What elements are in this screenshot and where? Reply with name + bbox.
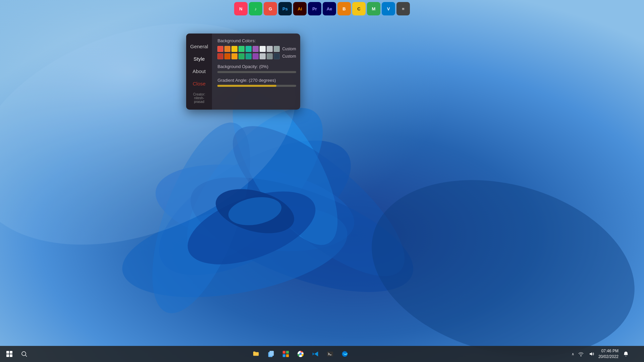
widget-popup: GeneralStyleAboutClose Creator: nitesh-p… — [186, 34, 300, 110]
svg-rect-19 — [283, 351, 285, 354]
premiere-icon[interactable]: Pr — [308, 2, 321, 15]
svg-rect-25 — [327, 352, 333, 357]
top-app-bar: N♪GPsAiPrAeBCMV≡ — [0, 0, 644, 17]
clock-date: 20/02/2022 — [598, 354, 619, 360]
notification-button[interactable] — [621, 347, 631, 361]
svg-rect-21 — [283, 354, 285, 357]
blender-icon[interactable]: B — [337, 2, 351, 15]
ae-icon[interactable]: Ae — [323, 2, 336, 15]
taskbar-right: ∧ 07:46 PM 20/02/2022 — [568, 347, 644, 361]
color-swatch-row1-5[interactable] — [253, 46, 259, 52]
gradient-fill — [217, 85, 276, 87]
svg-point-15 — [22, 352, 26, 356]
taskbar-clock[interactable]: 07:46 PM 20/02/2022 — [598, 348, 619, 360]
svg-rect-20 — [286, 351, 289, 354]
speaker-icon — [589, 351, 594, 357]
edge-icon[interactable] — [338, 347, 352, 361]
sidebar-nav-close[interactable]: Close — [186, 77, 212, 90]
color-row-2: Custom — [217, 53, 296, 59]
sidebar-nav-about[interactable]: About — [186, 65, 212, 77]
terminal-icon-svg — [326, 350, 334, 358]
spotify-icon[interactable]: ♪ — [249, 2, 262, 15]
terminal-icon[interactable] — [323, 347, 337, 361]
color-swatch-row1-2[interactable] — [231, 46, 237, 52]
opacity-slider[interactable] — [217, 71, 296, 73]
volume-icon[interactable] — [588, 347, 596, 361]
color-swatch-row2-8[interactable] — [274, 53, 280, 59]
clock-time: 07:46 PM — [598, 348, 619, 354]
illustrator-icon[interactable]: Ai — [293, 2, 307, 15]
color-swatch-row2-4[interactable] — [246, 53, 252, 59]
svg-line-16 — [25, 355, 27, 357]
creator-label: Creator: nitesh-prasad — [186, 90, 212, 106]
taskbar: ∧ 07:46 PM 20/02/2022 — [0, 346, 644, 362]
desktop-background — [0, 0, 644, 362]
color-row-1: Custom — [217, 46, 296, 52]
edge-icon-svg — [341, 350, 348, 358]
chrome-icon-svg — [297, 350, 304, 358]
manager-icon[interactable]: ≡ — [396, 2, 410, 15]
color-swatch-row1-7[interactable] — [267, 46, 273, 52]
file-manager-icon[interactable] — [264, 347, 278, 361]
custom-label-2: Custom — [282, 54, 296, 59]
search-icon — [21, 351, 27, 357]
widget-content: Background Colors: Custom Custom Backgro… — [212, 34, 300, 110]
opacity-label: Background Opacity: (0%) — [217, 64, 296, 69]
files-icon — [267, 350, 275, 358]
color-swatch-row2-3[interactable] — [238, 53, 245, 59]
store-icon[interactable] — [279, 347, 292, 361]
color-swatch-row1-1[interactable] — [224, 46, 230, 52]
chrome-icon[interactable] — [294, 347, 307, 361]
photoshop-icon[interactable]: Ps — [278, 2, 292, 15]
color-swatch-row2-0[interactable] — [217, 53, 223, 59]
svg-point-24 — [299, 353, 302, 355]
color-swatch-row2-2[interactable] — [231, 53, 237, 59]
notification-icon — [623, 351, 629, 357]
gravit-icon[interactable]: G — [264, 2, 277, 15]
color-swatch-row1-8[interactable] — [274, 46, 280, 52]
vscode-icon[interactable]: V — [382, 2, 395, 15]
wifi-icon — [578, 351, 584, 357]
color-swatch-row1-4[interactable] — [246, 46, 252, 52]
explorer-icon[interactable] — [250, 347, 263, 361]
vectornator-icon[interactable]: N — [234, 2, 248, 15]
system-tray: ∧ — [572, 352, 574, 356]
sidebar-nav-style[interactable]: Style — [186, 53, 212, 65]
color-swatch-row2-1[interactable] — [224, 53, 230, 59]
taskbar-center — [34, 347, 568, 361]
comiclife-icon[interactable]: C — [352, 2, 366, 15]
widget-sidebar: GeneralStyleAboutClose Creator: nitesh-p… — [186, 34, 212, 110]
taskbar-search-button[interactable] — [17, 347, 31, 361]
color-swatch-row2-7[interactable] — [267, 53, 273, 59]
gradient-slider[interactable] — [217, 85, 296, 87]
windows-start-button[interactable] — [3, 347, 16, 361]
svg-rect-18 — [269, 351, 274, 356]
taskbar-left — [0, 347, 34, 361]
gradient-section: Gradient Angle: (270 degrees) — [217, 78, 296, 87]
network-icon[interactable] — [577, 347, 585, 361]
color-swatch-row2-6[interactable] — [260, 53, 266, 59]
show-desktop-button[interactable] — [633, 347, 640, 361]
custom-label-1: Custom — [282, 47, 296, 51]
windows-logo — [6, 351, 12, 357]
opacity-section: Background Opacity: (0%) — [217, 64, 296, 73]
color-swatch-row1-6[interactable] — [260, 46, 266, 52]
vscode-icon-svg — [312, 350, 319, 358]
svg-rect-22 — [286, 354, 289, 357]
store-icon-svg — [282, 350, 289, 358]
sidebar-nav-general[interactable]: General — [186, 40, 212, 53]
tray-chevron[interactable]: ∧ — [572, 352, 574, 356]
color-swatch-row1-3[interactable] — [238, 46, 245, 52]
bg-colors-label: Background Colors: — [217, 38, 296, 43]
gradient-label: Gradient Angle: (270 degrees) — [217, 78, 296, 83]
color-swatch-row1-0[interactable] — [217, 46, 223, 52]
folder-icon — [253, 350, 260, 358]
vscode-taskbar-icon[interactable] — [309, 347, 322, 361]
color-swatch-row2-5[interactable] — [253, 53, 259, 59]
wallpaper-svg — [0, 0, 644, 362]
maps-icon[interactable]: M — [367, 2, 380, 15]
